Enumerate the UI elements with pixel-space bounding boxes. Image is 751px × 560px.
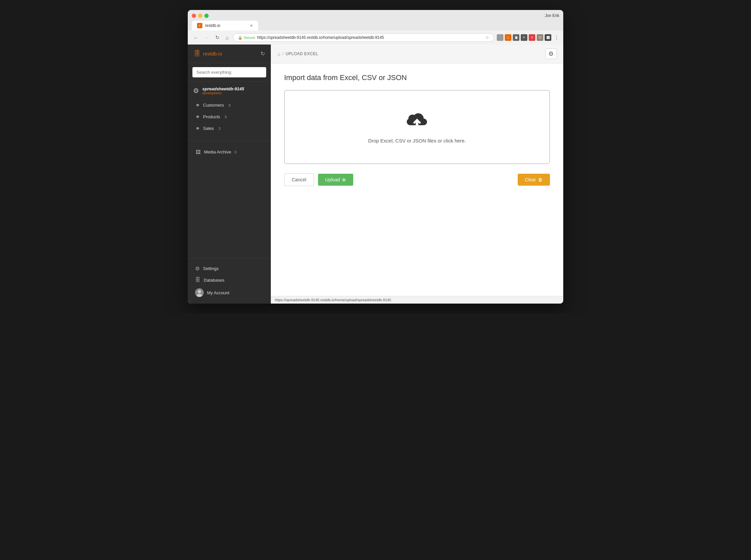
db-name: spreadsheetdb-9145 xyxy=(202,86,244,91)
sidebar: 🗄 restdb.io ↻ ⚙ spreadsheetdb-9145 devel… xyxy=(188,44,271,304)
media-archive-count: 0 xyxy=(235,150,237,154)
sidebar-item-sales[interactable]: ❖ Sales 3 xyxy=(193,123,265,134)
ext-icon-2[interactable]: 1 xyxy=(505,34,511,41)
reload-button[interactable]: ↻ xyxy=(214,34,221,41)
settings-icon: ⚙ xyxy=(195,265,200,272)
logo-icon: 🗄 xyxy=(194,50,200,58)
topbar-settings-icon: ⚙ xyxy=(548,51,554,57)
status-bar: https://spreadsheetdb-9145.restdb.io/hom… xyxy=(271,296,563,304)
tab-title: restdb.io xyxy=(205,23,220,28)
breadcrumb-separator: / xyxy=(282,52,283,56)
ext-icon-4[interactable]: P xyxy=(521,34,527,41)
svg-point-1 xyxy=(198,290,201,293)
sales-icon: ❖ xyxy=(196,126,200,131)
cancel-button[interactable]: Cancel xyxy=(284,173,314,186)
products-count: 9 xyxy=(225,115,226,119)
sidebar-item-settings[interactable]: ⚙ Settings xyxy=(193,263,265,274)
search-box xyxy=(188,63,271,82)
databases-icon: 🗄 xyxy=(195,277,200,283)
window-minimize-button[interactable] xyxy=(198,14,202,18)
tab-favicon: r xyxy=(197,23,202,28)
sidebar-item-media-archive[interactable]: 🖼 Media Archive 0 xyxy=(193,146,265,158)
settings-label: Settings xyxy=(203,266,219,271)
clear-button[interactable]: Clear 🗑 xyxy=(518,174,550,186)
cloud-upload-icon xyxy=(407,111,428,133)
sidebar-bottom: ⚙ Settings 🗄 Databases My Acco xyxy=(188,258,271,304)
customers-count: 9 xyxy=(229,103,231,107)
db-header: ⚙ spreadsheetdb-9145 development xyxy=(193,86,265,95)
media-archive-icon: 🖼 xyxy=(196,149,201,155)
breadcrumb: ⌂ / UPLOAD EXCEL xyxy=(277,51,318,57)
db-icon: ⚙ xyxy=(193,87,199,95)
breadcrumb-home-icon[interactable]: ⌂ xyxy=(277,51,280,57)
action-buttons: Cancel Upload ⊕ Clear 🗑 xyxy=(284,173,550,186)
secure-badge: 🔒 Secure xyxy=(238,36,255,40)
clear-button-icon: 🗑 xyxy=(538,177,542,182)
sidebar-item-products[interactable]: ❖ Products 9 xyxy=(193,111,265,122)
sidebar-item-label-customers: Customers xyxy=(203,103,224,107)
databases-label: Databases xyxy=(204,278,224,283)
db-env: development xyxy=(202,91,244,95)
ext-icon-6[interactable]: 🎨 xyxy=(537,34,543,41)
home-button[interactable]: ⌂ xyxy=(224,34,230,41)
ext-icon-1[interactable]: 🔧 xyxy=(497,34,503,41)
main-body: Import data from Excel, CSV or JSON Drop… xyxy=(271,63,563,296)
ext-icon-5[interactable]: X xyxy=(529,34,535,41)
browser-user-name: Jon Erik xyxy=(545,13,559,18)
media-section: 🖼 Media Archive 0 xyxy=(188,144,271,160)
bookmark-icon[interactable]: ☆ xyxy=(486,35,489,40)
forward-button[interactable]: → xyxy=(203,34,211,41)
browser-tab[interactable]: r restdb.io ✕ xyxy=(192,21,258,31)
browser-menu-icon[interactable]: ⋮ xyxy=(554,35,559,41)
drop-zone-text: Drop Excel, CSV or JSON files or click h… xyxy=(368,138,466,143)
sales-count: 3 xyxy=(219,126,221,131)
upload-button[interactable]: Upload ⊕ xyxy=(318,174,353,186)
upload-drop-zone[interactable]: Drop Excel, CSV or JSON files or click h… xyxy=(284,90,550,164)
ext-icon-7[interactable]: ⬜ xyxy=(545,34,551,41)
browser-extensions: 🔧 1 📋 P X 🎨 ⬜ xyxy=(497,34,551,41)
tab-close-icon[interactable]: ✕ xyxy=(250,24,253,28)
media-archive-label: Media Archive xyxy=(204,149,231,155)
window-close-button[interactable] xyxy=(192,14,196,18)
clear-button-label: Clear xyxy=(525,177,536,182)
logo-area: 🗄 restdb.io xyxy=(194,50,222,58)
sidebar-item-customers[interactable]: ❖ Customers 9 xyxy=(193,100,265,111)
main-content: ⌂ / UPLOAD EXCEL ⚙ Import data from Exce… xyxy=(271,44,563,304)
main-topbar: ⌂ / UPLOAD EXCEL ⚙ xyxy=(271,44,563,63)
sidebar-item-label-sales: Sales xyxy=(203,126,214,131)
products-icon: ❖ xyxy=(196,114,200,119)
ext-icon-3[interactable]: 📋 xyxy=(513,34,519,41)
window-maximize-button[interactable] xyxy=(204,14,209,18)
upload-button-label: Upload xyxy=(325,177,340,182)
sidebar-item-label-products: Products xyxy=(203,114,220,119)
address-bar[interactable]: 🔒 Secure https://spreadsheetdb-9145.rest… xyxy=(233,33,494,42)
status-url: https://spreadsheetdb-9145.restdb.io/hom… xyxy=(275,298,391,302)
customers-icon: ❖ xyxy=(196,103,200,107)
avatar xyxy=(195,288,204,297)
logo-text: restdb.io xyxy=(203,51,222,57)
url-text: https://spreadsheetdb-9145.restdb.io/hom… xyxy=(257,35,483,40)
sidebar-item-my-account[interactable]: My Account xyxy=(193,286,265,300)
topbar-settings-button[interactable]: ⚙ xyxy=(545,48,557,59)
upload-button-icon: ⊕ xyxy=(342,177,346,182)
sidebar-item-databases[interactable]: 🗄 Databases xyxy=(193,274,265,286)
sidebar-refresh-icon[interactable]: ↻ xyxy=(260,51,265,57)
breadcrumb-page: UPLOAD EXCEL xyxy=(285,52,318,56)
page-title: Import data from Excel, CSV or JSON xyxy=(284,74,550,82)
search-input[interactable] xyxy=(192,67,266,77)
lock-icon: 🔒 xyxy=(238,36,242,40)
back-button[interactable]: ← xyxy=(192,34,200,41)
db-section: ⚙ spreadsheetdb-9145 development ❖ Custo… xyxy=(188,82,271,137)
my-account-label: My Account xyxy=(207,290,229,295)
